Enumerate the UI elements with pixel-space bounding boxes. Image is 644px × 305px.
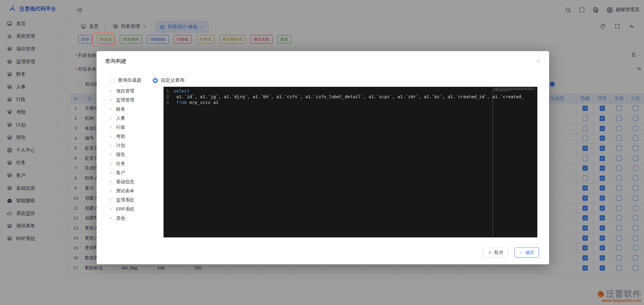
tree-node[interactable]: ERP系统	[108, 204, 162, 214]
tree-node[interactable]: 客户	[108, 168, 162, 177]
editor-minimap[interactable]	[493, 87, 536, 237]
cancel-button[interactable]: 取消	[483, 247, 508, 258]
query-builder-modal: 查询构建 查询生成器 自定义查询 项目管理监理管理财务人事行政考勤计划报告任务客…	[97, 51, 549, 264]
caret-right-icon[interactable]	[109, 207, 113, 211]
line-number: 1	[164, 88, 174, 94]
dataset-button-highlight-box	[93, 33, 114, 46]
code-line: 3 from erp_zccz a1	[164, 100, 537, 105]
radio-query-builder[interactable]: 查询生成器	[110, 77, 141, 83]
tree-node[interactable]: 监理系统	[108, 195, 162, 204]
tree-node-label: 人事	[116, 115, 125, 121]
tree-node-label: 项目管理	[116, 88, 134, 94]
tree-node[interactable]: 基础信息	[108, 177, 162, 186]
tree-node-label: 考勤	[116, 134, 125, 140]
code-line: 2 a1.`id`, a1.`jg`, a1.`djrq`, a1.`bh`, …	[164, 94, 537, 100]
tree-node[interactable]: 行政	[108, 123, 162, 132]
caret-right-icon[interactable]	[109, 171, 113, 175]
caret-right-icon[interactable]	[109, 198, 113, 202]
tree-node-label: 监理管理	[116, 97, 134, 103]
module-tree: 项目管理监理管理财务人事行政考勤计划报告任务客户基础信息测试表单监理系统ERP系…	[108, 86, 162, 223]
line-number: 3	[164, 100, 174, 105]
caret-right-icon[interactable]	[109, 116, 113, 120]
tree-node-label: 任务	[116, 161, 125, 167]
modal-title: 查询构建	[105, 58, 127, 65]
tree-node[interactable]: 财务	[108, 105, 162, 114]
tree-node-label: 测试表单	[116, 188, 134, 194]
query-mode-radios: 查询生成器 自定义查询	[110, 77, 184, 83]
tree-node-label: 计划	[116, 143, 125, 149]
caret-right-icon[interactable]	[109, 162, 113, 165]
caret-right-icon[interactable]	[109, 98, 113, 102]
tree-node-label: 行政	[116, 124, 125, 130]
radio-custom-query[interactable]: 自定义查询	[153, 77, 184, 83]
caret-right-icon[interactable]	[109, 107, 113, 111]
tree-node-label: 客户	[116, 170, 125, 176]
line-number: 2	[164, 94, 174, 100]
caret-right-icon[interactable]	[109, 216, 113, 220]
modal-footer: 取消 确定	[483, 247, 539, 258]
tree-node[interactable]: 任务	[108, 159, 162, 168]
caret-right-icon[interactable]	[109, 153, 113, 156]
confirm-button[interactable]: 确定	[514, 247, 539, 258]
tree-node[interactable]: 人事	[108, 114, 162, 123]
tree-node[interactable]: 其他	[108, 214, 162, 223]
tree-node[interactable]: 监理管理	[108, 96, 162, 105]
caret-right-icon[interactable]	[109, 180, 113, 184]
caret-right-icon[interactable]	[109, 135, 113, 138]
tree-node[interactable]: 考勤	[108, 132, 162, 141]
check-icon	[519, 251, 523, 255]
tree-node[interactable]: 测试表单	[108, 186, 162, 195]
radio-icon	[153, 78, 158, 83]
caret-right-icon[interactable]	[109, 144, 113, 147]
tree-node-label: 监理系统	[116, 197, 134, 203]
tree-node-label: 报告	[116, 152, 125, 158]
tree-node-label: 基础信息	[116, 179, 134, 185]
caret-right-icon[interactable]	[109, 189, 113, 193]
caret-right-icon[interactable]	[109, 125, 113, 129]
app-root: 泛普低代码平台 首页系统管理项目管理监理管理财务人事行政考勤计划报告个人中心任务…	[0, 0, 644, 305]
code-line: 1select	[164, 88, 537, 94]
tree-node[interactable]: 项目管理	[108, 86, 162, 96]
tree-node-label: ERP系统	[116, 206, 135, 212]
sql-code: 1select2 a1.`id`, a1.`jg`, a1.`djrq`, a1…	[164, 87, 537, 105]
tree-node[interactable]: 计划	[108, 141, 162, 150]
caret-right-icon[interactable]	[109, 89, 113, 93]
tree-node[interactable]: 报告	[108, 150, 162, 159]
radio-icon	[110, 78, 115, 83]
tree-node-label: 其他	[116, 215, 125, 221]
tree-node-label: 财务	[116, 106, 125, 112]
close-icon	[488, 251, 492, 255]
sql-editor[interactable]: 1select2 a1.`id`, a1.`jg`, a1.`djrq`, a1…	[164, 87, 537, 237]
close-icon[interactable]	[536, 59, 541, 64]
